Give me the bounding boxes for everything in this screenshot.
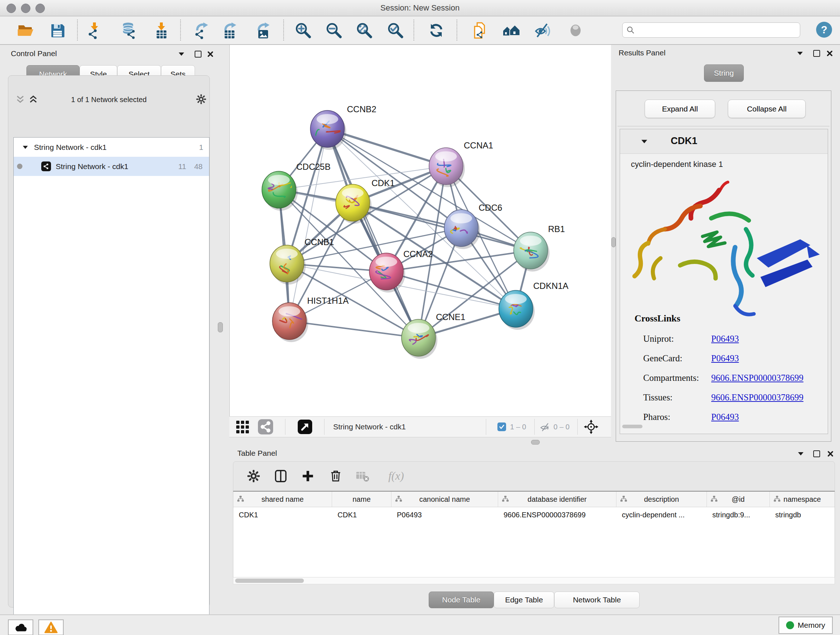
network-options-gear-icon[interactable] — [196, 94, 207, 105]
warning-status-button[interactable] — [38, 619, 64, 635]
column-header-label: database identifier — [527, 495, 586, 504]
save-session-icon[interactable] — [48, 21, 67, 40]
network-row-selected[interactable]: String Network - cdk1 11 48 — [14, 157, 209, 176]
zoom-selected-icon[interactable] — [386, 21, 405, 40]
import-table-icon[interactable] — [152, 21, 171, 40]
crosslink-link[interactable]: P06493 — [711, 353, 739, 363]
crosslink-label: Uniprot: — [643, 334, 711, 344]
crosslink-row: Uniprot:P06493 — [643, 329, 821, 348]
table-cell[interactable]: stringdb — [770, 507, 835, 523]
table-settings-gear-icon[interactable] — [246, 468, 262, 484]
string-view-badge-icon[interactable] — [258, 419, 273, 434]
zoom-out-icon[interactable] — [325, 21, 343, 40]
gene-symbol: CDK1 — [671, 135, 698, 147]
network-collection-row[interactable]: String Network - cdk1 1 — [14, 138, 209, 157]
refresh-icon[interactable] — [427, 21, 446, 40]
column-header-canonical-name[interactable]: canonical name — [392, 492, 498, 507]
panel-menu-icon[interactable] — [177, 50, 185, 58]
show-columns-icon[interactable] — [273, 468, 289, 484]
table-panel-title: Table Panel — [237, 449, 277, 458]
crosslink-link[interactable]: P06493 — [711, 412, 739, 422]
table-cell[interactable]: P06493 — [392, 507, 498, 523]
column-header-label: namespace — [783, 495, 821, 504]
panel-float-icon[interactable] — [813, 450, 821, 458]
gene-detail-card: CDK1 cyclin-dependent kinase 1 — [620, 129, 828, 434]
open-in-window-icon[interactable] — [298, 420, 312, 434]
gene-header-row[interactable]: CDK1 — [620, 129, 828, 154]
node-label-CDK1: CDK1 — [371, 178, 395, 188]
column-header-name[interactable]: name — [332, 492, 392, 507]
panel-float-icon[interactable] — [194, 50, 202, 58]
network-collection-count: 1 — [199, 143, 203, 152]
gene-expander-icon[interactable] — [641, 139, 647, 144]
search-input[interactable] — [638, 26, 796, 35]
node-table: shared namenamecanonical namedatabase id… — [233, 491, 835, 577]
node-table-header: shared namenamecanonical namedatabase id… — [233, 492, 835, 507]
tab-node-table[interactable]: Node Table — [429, 592, 494, 608]
tab-edge-table[interactable]: Edge Table — [494, 592, 554, 608]
panel-menu-icon[interactable] — [797, 450, 805, 458]
table-cell[interactable]: stringdb:9... — [707, 507, 770, 523]
column-header--id[interactable]: @id — [707, 492, 770, 507]
share-document-icon[interactable] — [471, 21, 490, 40]
network-row-label: String Network - cdk1 — [56, 162, 128, 171]
tab-network-table[interactable]: Network Table — [554, 592, 639, 608]
birdseye-crosshair-icon[interactable] — [584, 420, 598, 434]
table-cell[interactable]: 9606.ENSP00000378699 — [498, 507, 616, 523]
selected-checkbox-icon[interactable] — [497, 423, 506, 431]
network-view-toolbar: String Network - cdk1 1 – 0 0 – 0 — [229, 416, 611, 437]
column-header-shared-name[interactable]: shared name — [233, 492, 332, 507]
open-session-icon[interactable] — [16, 21, 35, 40]
crosslink-link[interactable]: P06493 — [711, 334, 739, 344]
export-image-icon[interactable] — [254, 21, 272, 40]
column-header-description[interactable]: description — [616, 492, 707, 507]
zoom-fit-icon[interactable] — [355, 21, 374, 40]
expand-all-button[interactable]: Expand All — [645, 100, 715, 118]
crosslink-link[interactable]: 9606.ENSP00000378699 — [711, 373, 804, 383]
hide-details-icon[interactable] — [533, 21, 552, 40]
table-toolbar: f(x) — [233, 461, 835, 491]
home-networks-icon[interactable] — [502, 21, 521, 40]
table-cell[interactable]: CDK1 — [233, 507, 332, 523]
cloud-status-button[interactable] — [8, 619, 33, 635]
cytoscape-window: Session: New Session ? Control Panel — [0, 0, 840, 635]
export-table-icon[interactable] — [220, 21, 239, 40]
horizontal-splitter[interactable] — [229, 438, 611, 446]
column-header-namespace[interactable]: namespace — [770, 492, 835, 507]
create-column-icon[interactable] — [300, 468, 316, 484]
network-canvas[interactable]: CCNB2CCNA1CDC25BCDK1CDC6RB1CCNB1CCNA2CDK… — [229, 45, 611, 416]
grid-view-icon[interactable] — [235, 420, 250, 434]
table-hscrollbar[interactable] — [233, 577, 835, 584]
string-network-graph[interactable]: CCNB2CCNA1CDC25BCDK1CDC6RB1CCNB1CCNA2CDK… — [230, 45, 611, 416]
zoom-in-icon[interactable] — [294, 21, 313, 40]
delete-column-icon[interactable] — [328, 468, 344, 484]
collapse-all-button[interactable]: Collapse All — [728, 100, 806, 118]
tab-string-results[interactable]: String — [704, 65, 744, 82]
toolbar-separator — [77, 19, 78, 41]
export-network-icon[interactable] — [192, 21, 211, 40]
show-details-icon[interactable] — [566, 21, 585, 40]
network-edge-count: 48 — [194, 162, 202, 171]
hidden-eye-slash-icon[interactable] — [539, 421, 551, 433]
tree-expander-icon[interactable] — [22, 145, 28, 149]
table-cell[interactable]: cyclin-dependent ... — [616, 507, 707, 523]
table-hscroll-thumb[interactable] — [235, 578, 304, 583]
crosslink-link[interactable]: 9606.ENSP00000378699 — [711, 393, 804, 402]
import-network-icon[interactable] — [85, 21, 104, 40]
column-header-database-identifier[interactable]: database identifier — [498, 492, 616, 507]
panel-close-icon[interactable] — [826, 49, 834, 57]
left-splitter-handle[interactable] — [218, 322, 223, 333]
table-cell[interactable]: CDK1 — [332, 507, 392, 523]
node-table-body: CDK1CDK1P064939606.ENSP00000378699cyclin… — [233, 507, 835, 523]
import-database-icon[interactable] — [119, 21, 138, 40]
results-hscroll-thumb[interactable] — [622, 424, 643, 428]
help-button[interactable]: ? — [816, 22, 832, 38]
table-row[interactable]: CDK1CDK1P064939606.ENSP00000378699cyclin… — [233, 507, 835, 523]
panel-close-icon[interactable] — [826, 450, 834, 458]
panel-close-icon[interactable] — [206, 50, 214, 58]
memory-button[interactable]: Memory — [778, 616, 833, 634]
panel-float-icon[interactable] — [813, 49, 821, 57]
panel-menu-icon[interactable] — [796, 49, 804, 57]
string-results-card: Expand All Collapse All CDK1 cyclin-depe… — [616, 90, 831, 442]
horizontal-splitter-handle[interactable] — [531, 440, 540, 445]
